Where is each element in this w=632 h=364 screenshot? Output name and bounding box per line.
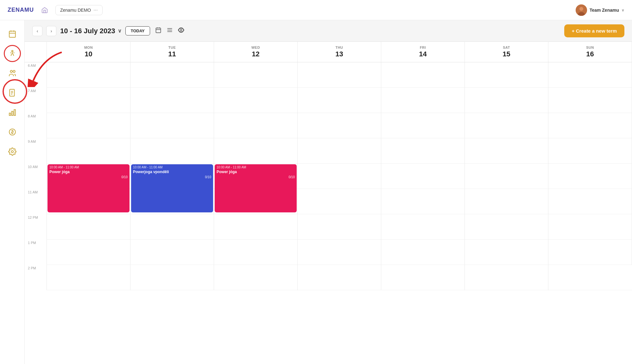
- time-cell[interactable]: [214, 214, 298, 240]
- event-mon-power-yoga[interactable]: 10:00 AM - 11:00 AMPower jóga0/10: [47, 164, 130, 212]
- time-cell[interactable]: [548, 88, 632, 113]
- user-menu[interactable]: Team Zenamu ∨: [576, 4, 624, 16]
- time-cell[interactable]: [381, 88, 465, 113]
- prev-week-button[interactable]: ‹: [32, 26, 42, 36]
- time-cell[interactable]: [465, 138, 548, 164]
- time-cell[interactable]: [130, 214, 214, 240]
- day-header-wed: WED 12: [214, 42, 298, 62]
- time-cell[interactable]: [298, 88, 381, 113]
- time-cell[interactable]: [465, 189, 548, 214]
- workspace-button[interactable]: Zenamu DEMO ···: [55, 5, 103, 15]
- time-cell[interactable]: [130, 88, 214, 113]
- time-cell[interactable]: [381, 164, 465, 189]
- list-view-icon[interactable]: [165, 26, 174, 36]
- time-cell[interactable]: [47, 62, 130, 88]
- time-cell[interactable]: [214, 265, 298, 290]
- time-label: 10 AM: [25, 164, 47, 189]
- calendar-container: MON 10 TUE 11 WED 12 THU 13 FRI 14: [25, 42, 632, 364]
- sidebar-item-stats[interactable]: [4, 104, 21, 121]
- time-label: 6 AM: [25, 62, 47, 88]
- time-cell[interactable]: [130, 240, 214, 265]
- create-term-button[interactable]: + Create a new term: [564, 24, 624, 37]
- time-cell[interactable]: [298, 62, 381, 88]
- next-week-button[interactable]: ›: [46, 26, 56, 36]
- time-cell[interactable]: [465, 240, 548, 265]
- user-menu-chevron: ∨: [622, 8, 624, 12]
- sidebar-item-settings[interactable]: [4, 143, 21, 160]
- date-range: 10 - 16 July 2023 ∨: [60, 27, 122, 35]
- day-headers: MON 10 TUE 11 WED 12 THU 13 FRI 14: [25, 42, 632, 62]
- time-cell[interactable]: [298, 240, 381, 265]
- time-cell[interactable]: [298, 214, 381, 240]
- time-cell[interactable]: [47, 88, 130, 113]
- view-icons: [154, 26, 186, 36]
- day-header-sat: SAT 15: [465, 42, 548, 62]
- time-cell[interactable]: [548, 62, 632, 88]
- time-cell[interactable]: [47, 214, 130, 240]
- time-cell[interactable]: [298, 113, 381, 138]
- time-cell[interactable]: [47, 113, 130, 138]
- time-label: 1 PM: [25, 240, 47, 265]
- time-cell[interactable]: [381, 189, 465, 214]
- time-cell[interactable]: [548, 265, 632, 290]
- time-cell[interactable]: [130, 138, 214, 164]
- svg-rect-14: [9, 113, 10, 116]
- sidebar-item-yoga[interactable]: [4, 45, 21, 62]
- time-cell[interactable]: [130, 113, 214, 138]
- time-cell[interactable]: [381, 240, 465, 265]
- date-range-chevron[interactable]: ∨: [118, 28, 122, 34]
- time-cell[interactable]: [214, 88, 298, 113]
- time-cell[interactable]: [548, 214, 632, 240]
- svg-point-18: [11, 151, 13, 153]
- time-cell[interactable]: 10:00 AM - 11:00 AMPower jóga0/10: [47, 164, 130, 189]
- event-tue-powerjoga[interactable]: 10:00 AM - 11:00 AMPowerjoga vpondělí0/1…: [131, 164, 213, 212]
- event-wed-power-yoga[interactable]: 10:00 AM - 11:00 AMPower jóga0/10: [215, 164, 297, 212]
- svg-point-7: [11, 50, 13, 52]
- time-cell[interactable]: [214, 113, 298, 138]
- time-label: 7 AM: [25, 88, 47, 113]
- home-button[interactable]: [39, 4, 50, 16]
- time-cell[interactable]: [298, 138, 381, 164]
- time-cell[interactable]: 10:00 AM - 11:00 AMPower jóga0/10: [214, 164, 298, 189]
- time-cell[interactable]: [47, 138, 130, 164]
- day-header-fri: FRI 14: [381, 42, 465, 62]
- time-cell[interactable]: [130, 265, 214, 290]
- time-cell[interactable]: [381, 113, 465, 138]
- time-cell[interactable]: [548, 113, 632, 138]
- time-cell[interactable]: [381, 214, 465, 240]
- time-label: 11 AM: [25, 189, 47, 214]
- time-cell[interactable]: [298, 189, 381, 214]
- time-cell[interactable]: [214, 138, 298, 164]
- sidebar-item-notes[interactable]: [4, 84, 21, 101]
- time-cell[interactable]: [214, 62, 298, 88]
- calendar-view-icon[interactable]: [154, 26, 163, 36]
- time-cell[interactable]: [298, 265, 381, 290]
- time-cell[interactable]: [548, 189, 632, 214]
- watch-icon[interactable]: [177, 26, 186, 36]
- svg-point-8: [10, 70, 12, 72]
- time-cell[interactable]: [298, 164, 381, 189]
- time-cell[interactable]: [130, 62, 214, 88]
- time-cell[interactable]: [465, 88, 548, 113]
- time-cell[interactable]: 10:00 AM - 11:00 AMPowerjoga vpondělí0/1…: [130, 164, 214, 189]
- time-cell[interactable]: [548, 164, 632, 189]
- sidebar-item-money[interactable]: [4, 123, 21, 141]
- time-cell[interactable]: [47, 265, 130, 290]
- time-cell[interactable]: [465, 62, 548, 88]
- time-cell[interactable]: [381, 138, 465, 164]
- sidebar-item-calendar[interactable]: [4, 25, 21, 42]
- time-cell[interactable]: [381, 62, 465, 88]
- time-cell[interactable]: [465, 265, 548, 290]
- time-cell[interactable]: [214, 240, 298, 265]
- time-cell[interactable]: [548, 240, 632, 265]
- today-button[interactable]: TODAY: [125, 26, 150, 35]
- time-cell[interactable]: [465, 113, 548, 138]
- time-cell[interactable]: [548, 138, 632, 164]
- time-cell[interactable]: [47, 240, 130, 265]
- time-cell[interactable]: [465, 214, 548, 240]
- svg-point-1: [579, 7, 583, 11]
- top-header: ZENAMU Zenamu DEMO ··· Team Zenamu ∨: [0, 0, 632, 20]
- sidebar-item-users[interactable]: [4, 65, 21, 82]
- time-cell[interactable]: [465, 164, 548, 189]
- time-cell[interactable]: [381, 265, 465, 290]
